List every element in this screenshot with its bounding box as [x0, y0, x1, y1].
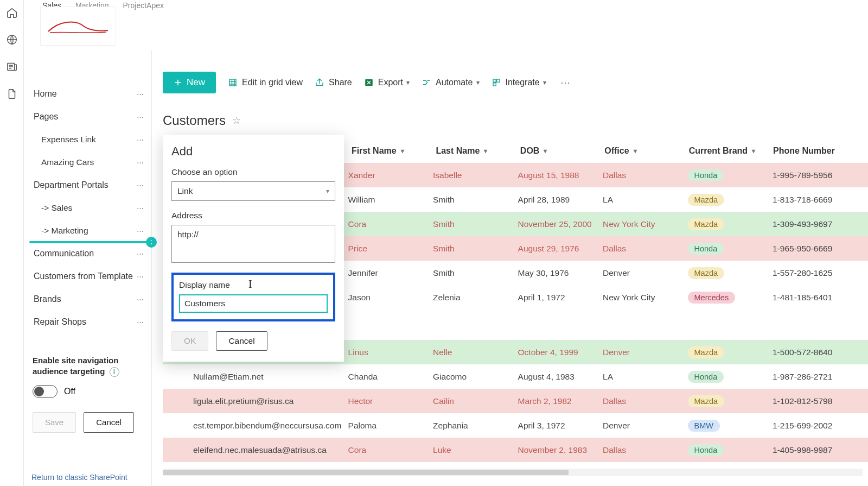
- command-bar: New Edit in grid view Share Export ▾ Aut…: [163, 70, 868, 96]
- sidebar-item-label: Repair Shops: [34, 317, 86, 327]
- sidebar-item-actions[interactable]: ⋯: [137, 113, 145, 121]
- cell-brand: BMW: [688, 420, 773, 432]
- sidebar-item-actions[interactable]: ⋯: [137, 273, 145, 281]
- cell-last-name: Luke: [433, 445, 518, 455]
- integrate-button[interactable]: Integrate ▾: [492, 78, 546, 87]
- brand-pill: Honda: [688, 169, 724, 181]
- table-row[interactable]: est.tempor.bibendum@neccursusa.comPaloma…: [163, 413, 868, 438]
- display-name-highlight: Display name: [171, 273, 335, 321]
- cell-office: Dallas: [603, 244, 687, 254]
- cell-first-name: Cora: [348, 445, 433, 455]
- col-first-name[interactable]: First Name▾: [352, 146, 436, 156]
- sidebar-item[interactable]: Department Portals⋯: [24, 174, 151, 197]
- option-dropdown[interactable]: Link ▾: [171, 181, 335, 201]
- col-phone[interactable]: Phone Number: [773, 146, 868, 156]
- sidebar-item-label: Communication: [34, 249, 94, 258]
- sidebar-item-actions[interactable]: ⋯: [137, 250, 145, 258]
- add-link-dialog: Add Choose an option Link ▾ Address Disp…: [163, 135, 344, 362]
- globe-icon[interactable]: [6, 34, 18, 46]
- more-commands-button[interactable]: ⋯: [558, 77, 573, 89]
- table-row[interactable]: ligula.elit.pretium@risus.caHectorCailin…: [163, 389, 868, 413]
- info-icon[interactable]: i: [110, 367, 119, 377]
- export-button[interactable]: Export ▾: [364, 78, 410, 87]
- sidebar-item[interactable]: -> Marketing⋯: [24, 219, 151, 242]
- cell-dob: August 29, 1976: [518, 244, 603, 254]
- sidebar-item-actions[interactable]: ⋯: [137, 318, 145, 326]
- brand-pill: Mazda: [688, 218, 725, 230]
- address-input[interactable]: [171, 225, 335, 263]
- chevron-down-icon: ▾: [406, 79, 410, 86]
- sidebar-item[interactable]: Repair Shops⋯: [24, 311, 151, 333]
- sidebar-item[interactable]: Customers from Template⋯: [24, 265, 151, 288]
- nav-cancel-button[interactable]: Cancel: [84, 412, 134, 433]
- nav-footer: Enable site navigation audience targetin…: [24, 355, 151, 433]
- cell-dob: August 4, 1983: [518, 372, 603, 382]
- cell-brand: Honda: [688, 169, 773, 181]
- audience-targeting-label: Enable site navigation audience targetin…: [33, 355, 143, 377]
- chevron-down-icon: ▾: [752, 147, 755, 155]
- svg-rect-4: [493, 79, 496, 82]
- edit-in-grid-button[interactable]: Edit in grid view: [228, 78, 303, 87]
- chevron-down-icon: ▾: [543, 79, 546, 86]
- col-dob[interactable]: DOB▾: [520, 146, 604, 156]
- brand-pill: Mercedes: [688, 292, 736, 304]
- return-classic-link[interactable]: Return to classic SharePoint: [31, 473, 127, 482]
- cell-brand: Mercedes: [688, 292, 773, 304]
- add-nav-item-button[interactable]: +: [146, 237, 157, 248]
- share-button[interactable]: Share: [315, 78, 352, 87]
- sidebar-item[interactable]: Amazing Cars⋯: [24, 151, 151, 174]
- cell-office: Dallas: [603, 396, 687, 406]
- sidebar-item[interactable]: -> Sales⋯: [24, 197, 151, 219]
- automate-button[interactable]: Automate ▾: [422, 78, 479, 87]
- news-icon[interactable]: [6, 61, 18, 73]
- cell-brand: Honda: [688, 371, 773, 383]
- sidebar-item[interactable]: Brands⋯: [24, 288, 151, 311]
- audience-toggle[interactable]: [33, 385, 58, 398]
- sidebar-item-label: -> Marketing: [41, 226, 88, 236]
- svg-rect-5: [496, 79, 499, 82]
- sidebar-item[interactable]: Home⋯: [24, 83, 151, 105]
- dialog-cancel-button[interactable]: Cancel: [216, 331, 267, 351]
- new-button[interactable]: New: [163, 72, 216, 93]
- sidebar-item-actions[interactable]: ⋯: [137, 181, 145, 190]
- table-row[interactable]: Nullam@Etiam.netChandaGiacomoAugust 4, 1…: [163, 364, 868, 389]
- table-row[interactable]: eleifend.nec.malesuada@atrisus.caCoraLuk…: [163, 438, 868, 462]
- file-icon[interactable]: [6, 88, 18, 100]
- col-office[interactable]: Office▾: [604, 146, 688, 156]
- cell-first-name: Price: [348, 244, 433, 254]
- sidebar-item-label: Pages: [34, 112, 58, 122]
- excel-icon: [364, 78, 374, 87]
- sidebar-item-actions[interactable]: ⋯: [137, 204, 145, 212]
- home-icon[interactable]: [6, 7, 18, 18]
- sidebar-item-actions[interactable]: ⋯: [137, 136, 145, 144]
- hub-tabs: Sales Marketing ProjectApex: [33, 0, 868, 10]
- quick-launch: Home⋯Pages⋯Expenses Link⋯Amazing Cars⋯De…: [24, 50, 152, 486]
- cell-office: New York City: [603, 219, 687, 229]
- horizontal-scrollbar[interactable]: [163, 469, 863, 476]
- share-icon: [315, 78, 324, 87]
- cell-phone: 1-102-812-5798: [773, 396, 868, 406]
- col-brand[interactable]: Current Brand▾: [689, 146, 773, 156]
- site-logo[interactable]: [40, 7, 116, 46]
- col-last-name[interactable]: Last Name▾: [436, 146, 520, 156]
- cell-brand: Mazda: [688, 218, 773, 230]
- sidebar-item-actions[interactable]: ⋯: [137, 227, 145, 235]
- tab-projectapex[interactable]: ProjectApex: [123, 1, 164, 10]
- sidebar-item-actions[interactable]: ⋯: [137, 295, 145, 304]
- cell-last-name: Smith: [433, 219, 518, 229]
- cell-first-name: Jason: [348, 293, 433, 302]
- dialog-ok-button: OK: [171, 331, 208, 351]
- cell-first-name: Jennifer: [348, 268, 433, 278]
- favorite-star-icon[interactable]: ☆: [232, 115, 241, 127]
- sidebar-item-label: Home: [34, 89, 57, 99]
- display-name-input[interactable]: [179, 294, 328, 313]
- sidebar-item-actions[interactable]: ⋯: [137, 90, 145, 98]
- sidebar-item[interactable]: Pages⋯: [24, 105, 151, 128]
- sidebar-item[interactable]: Communication⋯: [24, 242, 151, 265]
- cell-email: est.tempor.bibendum@neccursusa.com: [193, 421, 348, 431]
- brand-pill: Mazda: [688, 194, 725, 206]
- brand-pill: BMW: [688, 420, 720, 432]
- sidebar-item[interactable]: Expenses Link⋯: [24, 128, 151, 151]
- text-cursor-icon: [248, 278, 250, 290]
- sidebar-item-actions[interactable]: ⋯: [137, 159, 145, 167]
